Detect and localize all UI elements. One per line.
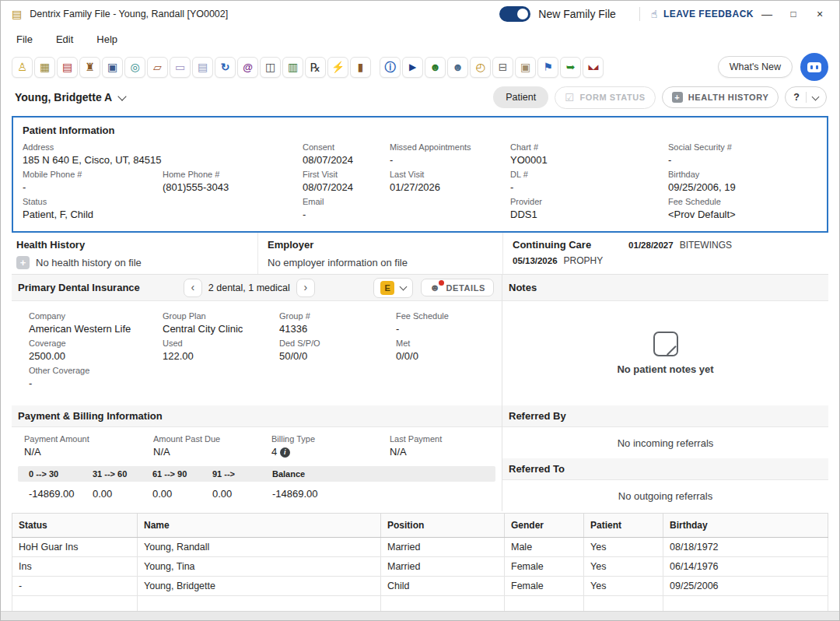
leave-feedback-label: LEAVE FEEDBACK xyxy=(663,9,754,19)
insurance-details-button[interactable]: ☻ DETAILS xyxy=(421,279,494,296)
column-header-birthday[interactable]: Birthday xyxy=(663,514,828,538)
care-type: BITEWINGS xyxy=(680,240,732,251)
field-label: Address xyxy=(23,142,303,152)
column-header-patient[interactable]: Patient xyxy=(584,514,663,538)
field-value: <Prov Default> xyxy=(668,209,817,220)
toolbar-button-tooth[interactable]: ♙ xyxy=(12,57,33,78)
chevron-right-icon: › xyxy=(303,281,307,293)
table-row[interactable]: Ins Young, Tina Married Female Yes 06/14… xyxy=(12,557,828,577)
toolbar-button-document-center[interactable]: ▥ xyxy=(282,57,303,78)
toolbar-button-office-journal[interactable]: ▮ xyxy=(350,57,371,78)
toolbar-button-patient-chart[interactable]: ▣ xyxy=(102,57,123,78)
cell-birthday: 09/25/2006 xyxy=(663,577,828,596)
blank-document-icon: ▭ xyxy=(175,61,185,72)
field-value: N/A xyxy=(390,446,502,458)
field-value: N/A xyxy=(153,446,271,458)
field-met: Met 0/0/0 xyxy=(396,339,502,362)
toolbar-button-time-clock[interactable]: ◴ xyxy=(470,57,491,78)
robot-eye-icon xyxy=(816,65,818,69)
leave-feedback-button[interactable]: ☝ LEAVE FEEDBACK xyxy=(651,8,754,20)
menu-help[interactable]: Help xyxy=(96,33,117,45)
field-deductible: Ded S/P/O 50/0/0 xyxy=(279,339,396,362)
aging-header: 91 --> xyxy=(212,469,272,479)
toolbar-button-share-patient[interactable]: ☻ xyxy=(447,57,468,78)
table-row[interactable]: - Young, Bridgette Child Female Yes 09/2… xyxy=(12,577,828,596)
form-status-label: FORM STATUS xyxy=(579,93,645,102)
toolbar-button-patient-visit[interactable]: ▶ xyxy=(402,57,423,78)
toolbar-button-referral[interactable]: ⚑ xyxy=(537,57,558,78)
field-value: 09/25/2006, 19 xyxy=(668,181,817,193)
toolbar-button-web-portal[interactable]: ◎ xyxy=(124,57,145,78)
next-plan-button[interactable]: › xyxy=(296,279,315,297)
module-toolbar: ♙ ▦ ▤ ♜ ▣ ◎ ▱ ▭ ▤ ↻ @ ◫ ▥ ℞ ⚡ ▮ ⓘ ▶ ☻ ☻ … xyxy=(1,51,839,83)
menu-file[interactable]: File xyxy=(16,33,33,45)
continuing-care-item: 01/28/2027BITEWINGS xyxy=(628,240,732,251)
help-button[interactable]: ? xyxy=(785,86,827,108)
primary-dental-insurance-section: Primary Dental Insurance ‹ 2 dental, 1 m… xyxy=(12,275,502,405)
field-value: 08/07/2024 xyxy=(303,181,390,193)
health-history-button[interactable]: + HEALTH HISTORY xyxy=(662,86,779,108)
chevron-down-icon[interactable] xyxy=(118,92,127,100)
column-header-name[interactable]: Name xyxy=(138,514,381,538)
toolbar-button-treatment-journal[interactable]: ⚡ xyxy=(327,57,348,78)
toolbar-button-info[interactable]: ⓘ xyxy=(380,57,401,78)
toolbar-button-forms[interactable]: ▤ xyxy=(192,57,213,78)
cell-birthday: 08/18/1972 xyxy=(663,538,828,557)
referred-to-empty: No outgoing referrals xyxy=(502,480,828,511)
cell-patient: Yes xyxy=(584,577,663,596)
field-value: 2500.00 xyxy=(29,350,163,362)
close-button[interactable]: × xyxy=(807,5,833,23)
new-family-file-toggle[interactable] xyxy=(499,6,530,22)
field-provider: Provider DDS1 xyxy=(510,197,668,220)
toolbar-button-appointment-book[interactable]: ▦ xyxy=(34,57,55,78)
picture-frame-icon: ▣ xyxy=(520,61,530,72)
toolbar-button-schedule[interactable]: ↻ xyxy=(215,57,236,78)
globe-icon: ◎ xyxy=(130,61,139,72)
info-dot-icon[interactable]: i xyxy=(280,447,290,458)
assistant-chat-icon[interactable] xyxy=(800,53,828,81)
previous-plan-button[interactable]: ‹ xyxy=(184,279,202,297)
toolbar-button-ledger[interactable]: ▤ xyxy=(57,57,78,78)
chevron-down-icon xyxy=(812,93,820,100)
family-members-table: Status Name Position Gender Patient Birt… xyxy=(12,513,828,615)
toolbar-button-prescriptions[interactable]: ℞ xyxy=(305,57,326,78)
column-header-gender[interactable]: Gender xyxy=(505,514,584,538)
column-header-position[interactable]: Position xyxy=(381,514,505,538)
employer-section: Employer No employer information on file xyxy=(257,233,502,274)
menu-edit[interactable]: Edit xyxy=(56,33,73,45)
menu-bar: File Edit Help xyxy=(1,27,839,51)
care-type: PROPHY xyxy=(564,255,604,266)
aging-value: 0.00 xyxy=(212,488,272,500)
aging-header: 61 --> 90 xyxy=(152,469,212,479)
toolbar-button-print[interactable]: ⊟ xyxy=(492,57,513,78)
field-value: 50/0/0 xyxy=(279,350,396,362)
table-row[interactable]: HoH Guar Ins Young, Randall Married Male… xyxy=(12,538,828,557)
toolbar-button-education[interactable]: ◣◢ xyxy=(583,57,604,78)
toolbar-button-perio-chart[interactable]: ▱ xyxy=(147,57,168,78)
whats-new-button[interactable]: What's New xyxy=(718,56,793,78)
patient-view-button[interactable]: Patient xyxy=(493,86,548,108)
form-status-button[interactable]: ☑ FORM STATUS xyxy=(555,86,656,109)
spacer xyxy=(390,197,510,220)
referred-by-empty-text: No incoming referrals xyxy=(618,437,714,449)
toolbar-button-patient-picture[interactable]: ▣ xyxy=(515,57,536,78)
insurance-header-band: Primary Dental Insurance ‹ 2 dental, 1 m… xyxy=(12,275,502,301)
maximize-icon: □ xyxy=(790,9,796,19)
patient-selector[interactable]: Young, Bridgette A xyxy=(15,91,112,104)
toolbar-button-treatment-plan[interactable]: ▭ xyxy=(170,57,191,78)
clock-icon: ◴ xyxy=(475,61,485,72)
column-header-status[interactable]: Status xyxy=(12,514,138,538)
eligibility-dropdown-button[interactable]: E xyxy=(373,278,413,298)
minimize-button[interactable]: — xyxy=(754,5,780,23)
field-label: Birthday xyxy=(668,170,817,179)
toolbar-button-layout[interactable]: ◫ xyxy=(260,57,281,78)
toolbar-button-email[interactable]: @ xyxy=(237,57,258,78)
field-label: Status xyxy=(23,197,303,206)
toolbar-button-add-patient[interactable]: ☻ xyxy=(425,57,446,78)
field-social-security: Social Security # - xyxy=(668,142,817,166)
toolbar-button-patient-transfer[interactable]: ➥ xyxy=(560,57,581,78)
continuing-care-section: Continuing Care 01/28/2027BITEWINGS 05/1… xyxy=(502,233,828,274)
health-history-title: Health History xyxy=(16,239,250,251)
toolbar-button-office-manager[interactable]: ♜ xyxy=(79,57,100,78)
maximize-button[interactable]: □ xyxy=(780,5,807,23)
